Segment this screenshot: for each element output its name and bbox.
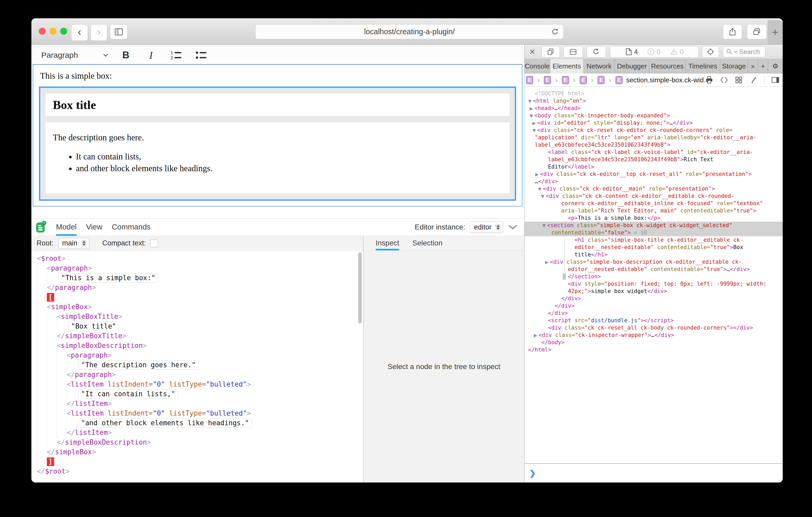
dom-source-line[interactable]: …</div> — [524, 178, 783, 185]
address-bar[interactable]: localhost/creating-a-plugin/ — [255, 24, 563, 39]
reload-page-button[interactable] — [586, 46, 606, 58]
simple-box-title-field[interactable]: Box title — [46, 94, 510, 116]
dom-source-line[interactable]: 42px;">simple box widget</div> — [524, 287, 783, 295]
dom-source-line[interactable]: ▼ <body class="ck-inspector-body-expande… — [524, 112, 783, 119]
model-tree-line[interactable]: <simpleBoxDescription> — [37, 341, 363, 351]
breadcrumb-element-badge[interactable]: E — [580, 76, 587, 84]
devtools-settings-button[interactable]: ⚙ — [768, 59, 783, 73]
layout-grid-icon[interactable] — [735, 76, 743, 84]
simple-box-widget[interactable]: Box title The description goes here. It … — [39, 87, 516, 201]
numbered-list-button[interactable]: 1 2 — [169, 48, 184, 62]
dom-source-line[interactable]: </body> — [524, 339, 783, 346]
inspector-tab-view[interactable]: View — [86, 218, 102, 236]
editor-editable-area[interactable]: This is a simple box: Box title The desc… — [33, 64, 522, 207]
compact-text-checkbox[interactable] — [150, 239, 158, 247]
dom-source-line[interactable]: editor__nested-editable" contenteditable… — [524, 266, 783, 273]
dom-source-line[interactable]: label_e63cbbfece34c53ce23501062343f49b8"… — [524, 141, 783, 149]
devtools-tab-timelines[interactable]: Timelines — [686, 59, 720, 73]
dom-source-line[interactable]: contenteditable="false"> = $0 — [524, 229, 783, 236]
dom-source-line[interactable]: ▶ <div class="ck-inspector-wrapper">…</d… — [524, 331, 783, 339]
devtools-search-field[interactable]: Search — [723, 46, 765, 57]
dom-source-line[interactable]: ▼ <section class="simple-box ck-widget c… — [524, 222, 783, 229]
dom-source-line[interactable]: <script src="dist/bundle.js"></script> — [524, 317, 783, 324]
dom-source-line[interactable]: ▼ <div class="ck ck-content ck-editor__e… — [524, 192, 783, 200]
reload-icon[interactable] — [551, 28, 559, 35]
model-tree-line[interactable]: </paragraph> — [37, 370, 363, 379]
dom-source-line[interactable]: </div> — [524, 295, 783, 302]
new-tab-button[interactable]: + — [767, 20, 783, 44]
sidebar-toggle-button[interactable] — [110, 24, 128, 39]
quick-console[interactable]: ❯ — [524, 463, 783, 483]
model-tree-line[interactable]: </simpleBox> — [37, 447, 363, 457]
tree-scrollbar[interactable] — [358, 252, 362, 323]
model-tree-line[interactable]: ] — [37, 457, 363, 466]
dom-source-line[interactable]: ▼ <html lang="en"> — [524, 97, 783, 104]
dom-source-line[interactable]: Editor</label> — [524, 163, 783, 171]
add-devtools-tab-button[interactable]: + — [758, 59, 768, 73]
model-tree-line[interactable]: </simpleBoxTitle> — [37, 331, 363, 341]
model-tree-line[interactable]: <$root> — [37, 254, 363, 264]
breadcrumb-element-badge[interactable]: E — [562, 76, 569, 84]
resource-status-group[interactable]: 4 0 — [610, 46, 698, 58]
dom-source-line[interactable]: <!DOCTYPE html> — [524, 90, 783, 97]
element-picker-button[interactable] — [702, 46, 719, 58]
forward-button[interactable]: › — [90, 24, 107, 41]
breadcrumb-element-badge[interactable]: E — [544, 76, 551, 84]
inspector-tab-commands[interactable]: Commands — [112, 218, 150, 236]
pane-tab-inspect[interactable]: Inspect — [376, 236, 399, 250]
editor-instance-select[interactable]: editor — [470, 221, 503, 233]
model-tree-line[interactable]: </$root> — [37, 466, 363, 476]
dom-source-line[interactable]: "application" dir="ltr" lang="en" aria-l… — [524, 134, 783, 141]
dom-source-line[interactable]: ▶ <div class="simple-box-description ck-… — [524, 258, 783, 266]
model-tree-line[interactable]: "This is a simple box:" — [37, 273, 363, 283]
dom-source-line[interactable]: title</h1> — [524, 251, 783, 258]
dock-side-button[interactable] — [563, 46, 583, 58]
show-source-icon[interactable] — [720, 76, 728, 84]
model-tree-line[interactable]: </simpleBoxDescription> — [37, 437, 363, 447]
italic-button[interactable]: I — [143, 48, 158, 62]
dom-source-line[interactable]: </div> — [524, 309, 783, 317]
dom-source-line[interactable]: <div style="position: fixed; top: 0px; l… — [524, 280, 783, 287]
breadcrumb-selected-node-label[interactable]: section.simple-box.ck-wid… — [626, 76, 710, 84]
dom-source-line[interactable]: ▶ <head>…</head> — [524, 104, 783, 112]
model-tree-line[interactable]: [ — [37, 293, 363, 302]
pane-tab-selection[interactable]: Selection — [412, 236, 442, 250]
bulleted-list-button[interactable] — [194, 48, 209, 62]
minimize-window-button[interactable] — [50, 28, 57, 35]
bold-button[interactable]: B — [118, 48, 134, 62]
model-tree-line[interactable]: </listItem> — [37, 399, 363, 408]
share-button[interactable] — [723, 24, 742, 39]
intro-paragraph[interactable]: This is a simple box: — [40, 71, 522, 81]
devtools-tab-console[interactable]: Console — [524, 59, 550, 73]
more-tabs-button[interactable]: » — [748, 59, 758, 73]
dom-source-line[interactable]: ▶ <div class="ck ck-editor__top ck-reset… — [524, 171, 783, 178]
back-button[interactable]: ‹ — [71, 24, 88, 41]
dom-source-line[interactable]: corners ck-editor__editable_inline ck-fo… — [524, 200, 783, 207]
model-tree-line[interactable]: <listItem listIndent="0" listType="bulle… — [37, 379, 363, 389]
devtools-tab-elements[interactable]: Elements — [550, 59, 584, 73]
model-tree-line[interactable]: <simpleBox> — [37, 302, 363, 312]
model-tree-line[interactable]: "Box title" — [37, 322, 363, 331]
dom-source-line[interactable]: </div> — [524, 302, 783, 309]
model-tree-line[interactable]: </listItem> — [37, 428, 363, 437]
devtools-tab-network[interactable]: Network — [584, 59, 615, 73]
dom-source-line[interactable]: aria-label="Rich Text Editor, main" cont… — [524, 207, 783, 214]
devtools-tab-resources[interactable]: Resources — [649, 59, 686, 73]
root-select[interactable]: main — [58, 238, 89, 249]
inspector-tab-model[interactable]: Model — [56, 218, 77, 236]
print-styles-icon[interactable] — [705, 76, 714, 84]
model-tree-line[interactable]: <paragraph> — [37, 351, 363, 360]
dom-source-line[interactable]: </html> — [524, 346, 783, 354]
details-sidebar-icon[interactable] — [771, 76, 780, 84]
dom-source-line[interactable]: ▼ <div class="ck ck-editor__main" role="… — [524, 185, 783, 192]
model-tree-line[interactable]: </paragraph> — [37, 283, 363, 293]
model-tree-line[interactable]: <paragraph> — [37, 264, 363, 273]
heading-dropdown[interactable]: Paragraph — [41, 51, 108, 60]
breadcrumb-element-badge[interactable]: E — [615, 76, 622, 84]
model-tree-line[interactable]: "and other block elements like headings.… — [37, 418, 363, 428]
close-devtools-button[interactable]: ✕ — [529, 48, 535, 56]
tab-overview-button[interactable] — [747, 24, 767, 39]
breadcrumb-element-badge[interactable]: E — [526, 76, 533, 84]
dom-source-line[interactable]: </section> — [524, 273, 783, 280]
collapse-inspector-button[interactable] — [508, 224, 517, 230]
